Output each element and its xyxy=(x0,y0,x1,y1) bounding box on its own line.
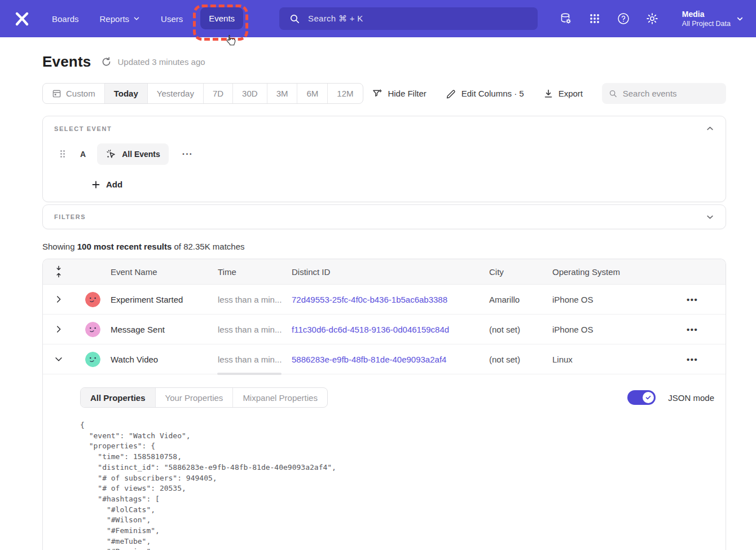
help-icon[interactable] xyxy=(617,12,630,25)
chevron-down-icon xyxy=(133,15,140,22)
date-range-yesterday[interactable]: Yesterday xyxy=(148,84,204,103)
properties-tabs: All Properties Your Properties Mixpanel … xyxy=(80,387,328,408)
date-range-today[interactable]: Today xyxy=(105,84,148,103)
col-header-os[interactable]: Operating System xyxy=(552,267,665,277)
nav-item-users[interactable]: Users xyxy=(161,14,183,24)
date-range-custom[interactable]: Custom xyxy=(43,84,105,103)
last-updated-text: Updated 3 minutes ago xyxy=(117,57,205,67)
event-time-cell: less than a min... xyxy=(218,355,292,364)
row-menu-button[interactable]: ••• xyxy=(682,322,702,337)
add-event-label: Add xyxy=(106,180,122,189)
search-events-input[interactable] xyxy=(623,89,719,98)
event-detail-panel: All Properties Your Properties Mixpanel … xyxy=(42,374,726,550)
select-event-panel: SELECT EVENT A All Events ··· xyxy=(42,116,726,202)
nav-item-boards[interactable]: Boards xyxy=(52,14,79,24)
date-range-6m[interactable]: 6M xyxy=(297,84,328,103)
add-event-button[interactable]: Add xyxy=(91,180,122,189)
nav-right-cluster: Media All Project Data xyxy=(559,9,744,28)
filters-panel[interactable]: FILTERS xyxy=(42,204,726,229)
data-management-icon[interactable] xyxy=(559,12,573,25)
date-range-7d[interactable]: 7D xyxy=(204,84,233,103)
page-title: Events xyxy=(42,53,91,71)
click-sparkle-icon xyxy=(106,149,117,160)
edit-columns-button[interactable]: Edit Columns · 5 xyxy=(446,88,524,99)
settings-icon[interactable] xyxy=(645,12,659,25)
calendar-icon xyxy=(52,89,61,98)
results-prefix: Showing xyxy=(42,242,77,251)
date-range-control: Custom Today Yesterday 7D 30D 3M 6M 12M xyxy=(42,83,363,104)
hide-filter-label: Hide Filter xyxy=(388,89,426,98)
search-events-box xyxy=(602,83,726,104)
event-select-button[interactable]: All Events xyxy=(97,143,169,165)
json-mode-toggle[interactable] xyxy=(627,390,656,405)
row-menu-button[interactable]: ••• xyxy=(682,293,702,307)
row-menu-button[interactable]: ••• xyxy=(682,352,702,366)
event-name-cell: Experiment Started xyxy=(111,295,218,304)
download-icon xyxy=(543,89,553,99)
col-header-event-name[interactable]: Event Name xyxy=(111,267,218,277)
col-header-time[interactable]: Time xyxy=(218,267,292,277)
nav-item-reports[interactable]: Reports xyxy=(100,14,140,24)
main-content: Events Updated 3 minutes ago Custom Toda… xyxy=(0,37,756,374)
check-icon xyxy=(645,394,652,401)
toggle-knob xyxy=(643,392,654,403)
last-updated: Updated 3 minutes ago xyxy=(101,56,205,67)
project-selector[interactable]: Media All Project Data xyxy=(682,9,744,28)
global-search[interactable]: Search ⌘ + K xyxy=(279,7,538,30)
event-selector-row: A All Events ··· xyxy=(54,143,712,165)
project-name: Media xyxy=(682,9,731,19)
date-range-12m[interactable]: 12M xyxy=(328,84,362,103)
table-row: Watch Videoless than a min...5886283e-e9… xyxy=(43,344,726,374)
nav-item-events[interactable]: Events xyxy=(200,7,243,29)
chevron-down-icon xyxy=(736,15,744,23)
os-cell: iPhone OS xyxy=(552,295,665,304)
table-toolbar: Hide Filter Edit Columns · 5 Export xyxy=(372,83,726,104)
export-button[interactable]: Export xyxy=(543,89,583,99)
refresh-icon[interactable] xyxy=(101,56,112,67)
tab-all-properties[interactable]: All Properties xyxy=(81,388,156,407)
distinct-id-link[interactable]: 72d49553-25fc-4f0c-b436-1b5ac6ab3388 xyxy=(292,295,489,304)
tab-your-properties[interactable]: Your Properties xyxy=(156,388,234,407)
horizontal-scrollbar-thumb[interactable] xyxy=(217,373,282,375)
event-avatar xyxy=(85,322,100,337)
col-header-distinct-id[interactable]: Distinct ID xyxy=(292,267,489,277)
hide-filter-button[interactable]: Hide Filter xyxy=(372,88,426,99)
expand-panel-icon[interactable] xyxy=(706,213,714,221)
city-cell: (not set) xyxy=(489,355,552,364)
nav-item-reports-label: Reports xyxy=(100,14,130,24)
os-cell: Linux xyxy=(552,355,665,364)
col-header-city[interactable]: City xyxy=(489,267,552,277)
os-cell: iPhone OS xyxy=(552,325,665,334)
mixpanel-logo-icon[interactable] xyxy=(12,9,32,28)
distinct-id-link[interactable]: f11c30d6-dc6d-4518-9136-0d046159c84d xyxy=(292,325,489,334)
date-range-30d[interactable]: 30D xyxy=(233,84,267,103)
page-header: Events Updated 3 minutes ago xyxy=(42,53,726,71)
nav-item-events-wrap: Events xyxy=(200,14,243,24)
json-mode-label: JSON mode xyxy=(668,393,714,403)
city-cell: (not set) xyxy=(489,325,552,334)
results-summary: Showing 100 most recent results of 82.35… xyxy=(42,242,726,251)
event-avatar xyxy=(85,292,100,307)
event-name-cell: Watch Video xyxy=(111,355,218,364)
event-more-options-button[interactable]: ··· xyxy=(179,147,196,161)
select-event-label: SELECT EVENT xyxy=(54,125,712,132)
event-row-letter: A xyxy=(80,150,86,159)
apps-grid-icon[interactable] xyxy=(588,12,601,25)
row-expand-icon[interactable] xyxy=(50,291,67,308)
table-row: Message Sentless than a min...f11c30d6-d… xyxy=(43,315,726,344)
edit-columns-label: Edit Columns · 5 xyxy=(461,89,524,98)
collapse-panel-icon[interactable] xyxy=(706,124,714,133)
drag-handle-icon[interactable] xyxy=(60,150,65,158)
event-avatar xyxy=(85,352,100,367)
event-time-cell: less than a min... xyxy=(218,295,292,304)
pencil-icon xyxy=(446,88,456,99)
tab-mixpanel-properties[interactable]: Mixpanel Properties xyxy=(233,388,327,407)
event-time-cell: less than a min... xyxy=(218,325,292,334)
date-range-custom-label: Custom xyxy=(66,89,95,98)
row-expand-icon[interactable] xyxy=(50,351,67,368)
detail-toolbar: All Properties Your Properties Mixpanel … xyxy=(80,387,714,408)
row-expand-icon[interactable] xyxy=(50,321,67,338)
date-range-3m[interactable]: 3M xyxy=(267,84,298,103)
distinct-id-link[interactable]: 5886283e-e9fb-48fb-81de-40e9093a2af4 xyxy=(292,355,489,364)
collapse-all-rows-icon[interactable] xyxy=(50,263,67,280)
